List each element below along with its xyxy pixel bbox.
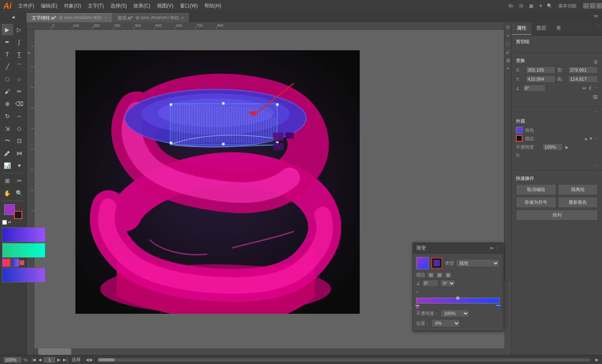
tab-2-close[interactable]: × (181, 16, 184, 20)
tab-expand-btn[interactable]: ≫ (590, 12, 602, 21)
curvature-tool[interactable]: ∫ (14, 36, 25, 48)
more-transform[interactable]: ⋯ (594, 85, 598, 91)
stroke-btn-3[interactable]: ▨ (444, 272, 452, 278)
warp-tool[interactable]: 〜 (2, 135, 13, 147)
free-transform-tool[interactable]: ⊡ (14, 135, 25, 147)
close-button[interactable]: × (596, 3, 602, 9)
tab-layers[interactable]: 图层 (532, 22, 551, 35)
gradient-stroke-preview[interactable] (431, 257, 443, 269)
opacity-input[interactable] (542, 143, 563, 151)
cancel-group-btn[interactable]: 取消编组 (516, 184, 556, 195)
gradient-midpoint[interactable] (456, 296, 459, 300)
slice-tool[interactable]: ✂ (14, 175, 25, 187)
fill-swatch[interactable] (4, 204, 15, 215)
stroke-color-swatch[interactable] (516, 135, 522, 142)
swap-colors[interactable]: ⇄ (8, 220, 11, 225)
swatch-blue-gradient[interactable] (2, 268, 45, 282)
status-arrow-right[interactable]: ▶ (90, 357, 93, 362)
isolate-btn[interactable]: 隔离组 (558, 184, 598, 195)
stroke-btn-1[interactable]: ▤ (427, 272, 435, 278)
reflect-tool[interactable]: ↔ (14, 110, 25, 122)
more-options-1[interactable]: ⋯ (594, 110, 598, 114)
collapse-panels-btn[interactable]: ◀ (0, 12, 27, 22)
paintbrush-tool[interactable]: 🖌 (2, 86, 13, 97)
symbols-icon[interactable]: ✦ (505, 65, 511, 72)
swatch-blue-purple[interactable] (2, 227, 45, 242)
horizontal-scroll-thumb-status[interactable] (98, 358, 115, 362)
library-icon[interactable]: ▦ (527, 3, 535, 9)
page-first-btn[interactable]: |◀ (31, 357, 37, 363)
type-tool[interactable]: T (2, 49, 13, 60)
zoom-input[interactable]: 100% (3, 357, 22, 363)
gradient-panel-menu[interactable]: ≫ (490, 246, 494, 250)
horizontal-scrollbar[interactable] (34, 348, 505, 355)
shaper-tool[interactable]: ⊕ (2, 98, 13, 110)
eraser-tool[interactable]: ⌫ (14, 98, 25, 110)
flip-v-icon[interactable]: ⇕ (588, 85, 592, 91)
tab-library[interactable]: 库 (551, 22, 566, 35)
flip-h-icon[interactable]: ⇔ (582, 85, 586, 91)
horizontal-scroll-track[interactable] (98, 358, 590, 362)
status-arrow-left[interactable]: ◀ (86, 357, 89, 362)
angle-input[interactable] (523, 84, 546, 92)
w-input[interactable] (568, 66, 598, 74)
save-symbol-btn[interactable]: 存储为符号 (516, 197, 556, 208)
gradient-stop-left[interactable] (415, 305, 419, 309)
adobe-stock-icon[interactable]: St (518, 3, 525, 8)
horizontal-scroll-thumb[interactable] (38, 348, 71, 355)
eyedropper-tool[interactable]: 💉 (2, 147, 13, 159)
menu-object[interactable]: 对象(O) (61, 1, 84, 11)
select-tool[interactable]: ▶ (2, 24, 13, 35)
scale-tool[interactable]: ⇲ (2, 123, 13, 134)
gradient-panel-header[interactable]: 渐变 ≫ ⋮ (413, 243, 503, 254)
recolor-btn[interactable]: 重新着色 (558, 197, 598, 208)
tab-2[interactable]: 尝试.ai* @ 100% (RGB/GPU 预览) × (112, 13, 189, 22)
rect-tool[interactable]: □ (2, 73, 13, 85)
touch-type-tool[interactable]: T̲ (14, 49, 25, 60)
pen-tool[interactable]: ✒ (2, 36, 13, 48)
menu-view[interactable]: 视图(V) (154, 1, 177, 11)
gradient-fill-preview[interactable] (416, 257, 429, 269)
maximize-button[interactable]: □ (590, 3, 595, 9)
more-icon[interactable]: ⋯ (505, 73, 511, 80)
symbol-tool[interactable]: ✦ (14, 160, 25, 171)
swatch-blue-purple2[interactable] (11, 259, 19, 267)
tab-1-close[interactable]: × (105, 16, 107, 20)
direct-select-tool[interactable]: ▷ (14, 24, 25, 35)
minimize-button[interactable]: — (583, 3, 589, 9)
status-arrow-right-end[interactable]: ▶ (595, 357, 599, 362)
menu-effect[interactable]: 效果(C) (130, 1, 154, 11)
stroke-btn-2[interactable]: ▧ (436, 272, 443, 278)
rotate-tool[interactable]: ↻ (2, 110, 13, 122)
swatch-magenta-red[interactable] (2, 259, 10, 267)
brush-icon[interactable]: 🖌 (505, 49, 511, 55)
gradient-bar[interactable] (416, 298, 499, 303)
fill-color-swatch[interactable] (516, 127, 522, 133)
line-tool[interactable]: ╱ (2, 61, 13, 72)
stroke-swatch[interactable] (14, 211, 22, 219)
menu-help[interactable]: 帮助(H) (201, 1, 225, 11)
pencil-tool[interactable]: ✏ (14, 86, 25, 97)
shear-tool[interactable]: ◇ (14, 123, 25, 134)
tab-properties[interactable]: 属性 (512, 22, 532, 35)
menu-window[interactable]: 窗口(W) (177, 1, 201, 11)
align-grid-icon[interactable]: ⊞ (593, 93, 598, 100)
libraries-icon[interactable]: ⬡ (505, 40, 511, 47)
gradient-type-select[interactable]: 线性 径向 (456, 259, 499, 267)
gradient-stop-right[interactable] (496, 305, 500, 309)
artboard-tool[interactable]: ⊞ (2, 175, 13, 187)
menu-edit[interactable]: 编辑(E) (37, 1, 61, 11)
arrange-btn[interactable]: 排列 (516, 210, 598, 221)
more-options-2[interactable]: ⋯ (594, 163, 598, 168)
properties-icon[interactable]: ⚙ (505, 24, 511, 30)
gradient-angle-select[interactable]: 0° (440, 280, 455, 287)
publish-icon[interactable]: ✈ (537, 3, 544, 9)
adobe-bridge-icon[interactable]: Br (507, 3, 515, 8)
y-input[interactable] (526, 75, 555, 83)
menu-file[interactable]: 文件(F) (15, 1, 37, 11)
panel-more-btn[interactable]: ⋯ (595, 22, 602, 35)
workspace-selector[interactable]: 基本功能 (555, 3, 580, 9)
ellipse-tool[interactable]: ○ (14, 73, 25, 85)
tab-1[interactable]: 文字绕转.ai* @ 100% (RGB/GPU 预览) × (27, 13, 112, 22)
swatch-red[interactable] (19, 260, 24, 265)
